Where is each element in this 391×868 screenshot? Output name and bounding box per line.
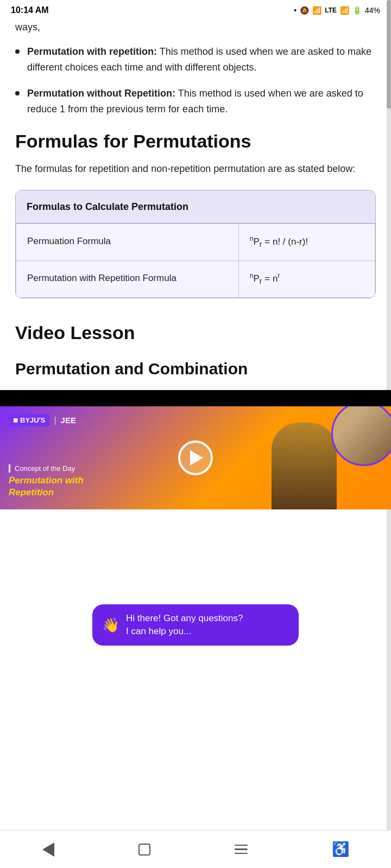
battery-icon: 🔋 [352,6,362,15]
intro-text: ways, [15,20,376,35]
silent-icon: 🔕 [300,6,309,15]
list-item: Permutation without Repetition: This met… [15,86,376,117]
signal-icon-2: 📶 [340,6,349,15]
table-cell-formula-2: nPr = nr [238,261,375,298]
bullet-label-1: Permutation with repetition: [27,46,157,57]
concept-label: Concept of the Day [9,464,84,473]
status-time: 10:14 AM [11,5,49,15]
video-thumbnail[interactable]: ◼ BYJU'S | JEE Concept of the Day Permut… [0,406,391,509]
home-square-icon [138,844,150,856]
bullet-text-1: Permutation with repetition: This method… [27,44,376,75]
video-black-bar [0,390,391,406]
formulas-desc: The formulas for repetition and non-repe… [15,161,376,177]
table-cell-formula-1: nPr = n! / (n-r)! [238,224,375,261]
person-left-avatar [272,423,337,509]
byjus-logo: ◼ BYJU'S [9,414,49,426]
bullet-dot-2 [15,91,20,95]
formula-table: Permuation Formula nPr = n! / (n-r)! Per… [16,224,375,297]
back-button[interactable] [37,837,60,862]
menu-line [235,848,248,850]
jee-label: JEE [61,416,76,425]
status-bar: 10:14 AM • 🔕 📶 LTE 📶 🔋 44% [0,0,391,20]
table-cell-name-2: Permutation with Repetition Formula [16,261,239,298]
status-icons: • 🔕 📶 LTE 📶 🔋 44% [294,6,380,15]
table-cell-name-1: Permuation Formula [16,224,239,261]
byjus-icon: ◼ [13,417,18,424]
main-content: ways, Permutation with repetition: This … [0,20,391,390]
video-section-title: Permutation and Combination [15,358,376,379]
menu-button[interactable] [229,839,253,860]
video-heading: Video Lesson [15,318,376,347]
accessibility-icon: ♿ [332,841,349,857]
list-item: Permutation with repetition: This method… [15,44,376,75]
table-row: Permutation with Repetition Formula nPr … [16,261,375,298]
play-triangle-icon [190,450,203,465]
lte-icon: LTE [325,7,337,14]
menu-line [235,845,248,846]
video-container[interactable]: ◼ BYJU'S | JEE Concept of the Day Permut… [0,390,391,509]
play-button[interactable] [178,441,213,475]
back-triangle-icon [42,843,54,857]
bullet-dot [15,49,20,54]
chat-text: Hi there! Got any questions?I can help y… [126,612,243,638]
byjus-text: BYJU'S [20,416,45,424]
menu-lines-icon [235,845,248,854]
signal-icon: 📶 [312,6,321,15]
person-right-avatar [331,406,391,466]
dot-indicator: • [294,6,297,15]
accessibility-button[interactable]: ♿ [326,835,355,863]
formula-table-wrapper: Formulas to Calculate Permutation Permua… [15,190,376,298]
video-logo-area: ◼ BYJU'S | JEE [9,414,76,426]
battery-percent: 44% [365,6,380,15]
divider-line: | [54,416,56,425]
bottom-nav: ♿ [0,830,391,868]
formulas-heading: Formulas for Permutations [15,130,376,152]
scroll-thumb[interactable] [387,0,391,108]
table-row: Permuation Formula nPr = n! / (n-r)! [16,224,375,261]
home-button[interactable] [133,838,156,861]
concept-title: Permutation withRepetition [9,475,84,499]
chat-widget[interactable]: 👋 Hi there! Got any questions?I can help… [92,604,299,646]
menu-line [235,853,248,854]
bullet-text-2: Permutation without Repetition: This met… [27,86,376,117]
formula-table-header: Formulas to Calculate Permutation [16,190,375,224]
wave-icon: 👋 [102,617,119,634]
video-concept: Concept of the Day Permutation withRepet… [9,464,84,499]
bullet-label-2: Permutation without Repetition: [27,88,175,99]
bullet-list: Permutation with repetition: This method… [15,44,376,117]
